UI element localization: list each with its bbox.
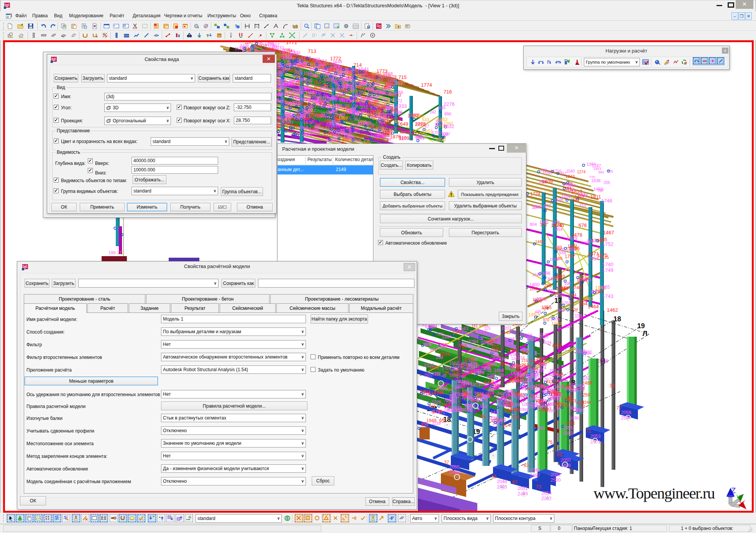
svg-text:1376: 1376: [552, 220, 560, 225]
svg-text:2135: 2135: [539, 332, 549, 337]
svg-text:1851: 1851: [422, 128, 433, 134]
svg-text:2366: 2366: [500, 362, 509, 366]
svg-text:682: 682: [598, 170, 604, 174]
svg-text:1137: 1137: [395, 81, 405, 86]
svg-text:1371: 1371: [291, 112, 302, 118]
svg-text:1585: 1585: [536, 296, 547, 302]
svg-text:708: 708: [437, 332, 443, 336]
svg-text:1762: 1762: [450, 373, 459, 377]
svg-text:2048: 2048: [497, 479, 507, 484]
svg-text:926: 926: [349, 107, 356, 112]
svg-text:1582: 1582: [510, 352, 520, 357]
svg-text:1477: 1477: [409, 131, 420, 137]
svg-text:Л: Л: [643, 330, 648, 337]
svg-text:1447: 1447: [529, 396, 539, 401]
svg-text:2055: 2055: [563, 425, 573, 431]
svg-text:2183: 2183: [547, 409, 555, 413]
svg-text:957: 957: [501, 395, 507, 400]
svg-text:1158: 1158: [320, 72, 329, 77]
svg-text:677: 677: [543, 204, 551, 209]
svg-text:639: 639: [355, 135, 362, 139]
svg-text:1915: 1915: [378, 116, 387, 120]
svg-text:234: 234: [572, 308, 578, 312]
svg-text:389: 389: [391, 108, 398, 112]
svg-text:948: 948: [558, 308, 565, 313]
svg-text:1811: 1811: [590, 194, 601, 200]
svg-text:301: 301: [309, 89, 317, 95]
svg-text:2344: 2344: [516, 368, 525, 372]
svg-text:358: 358: [397, 90, 403, 95]
svg-text:1852: 1852: [437, 117, 448, 122]
svg-text:1776: 1776: [432, 409, 442, 415]
svg-text:963: 963: [500, 418, 506, 422]
svg-text:666: 666: [470, 329, 477, 335]
svg-text:813: 813: [429, 404, 436, 408]
svg-text:1760: 1760: [457, 344, 467, 349]
svg-text:1225: 1225: [240, 43, 249, 48]
svg-text:17: 17: [422, 421, 427, 427]
svg-text:1879: 1879: [370, 95, 379, 99]
svg-text:1467: 1467: [603, 230, 614, 235]
svg-text:716: 716: [444, 89, 452, 95]
svg-text:1772: 1772: [394, 99, 403, 103]
svg-text:674: 674: [367, 123, 374, 128]
svg-text:1259: 1259: [339, 116, 348, 120]
svg-text:304: 304: [570, 293, 577, 297]
svg-text:469: 469: [561, 286, 569, 291]
svg-text:242: 242: [430, 110, 436, 114]
svg-text:714: 714: [353, 62, 362, 68]
svg-text:1675: 1675: [597, 253, 608, 258]
svg-text:1716: 1716: [553, 169, 562, 173]
svg-text:2051: 2051: [518, 486, 528, 491]
svg-text:334: 334: [544, 340, 551, 345]
svg-text:339: 339: [439, 343, 447, 349]
svg-text:422: 422: [314, 74, 320, 78]
svg-text:1773: 1773: [376, 68, 388, 74]
svg-text:36: 36: [567, 395, 573, 400]
svg-text:1109: 1109: [399, 135, 409, 141]
svg-text:2195: 2195: [598, 359, 608, 364]
svg-text:1771: 1771: [286, 42, 297, 45]
svg-text:1540: 1540: [566, 169, 575, 173]
svg-text:406: 406: [279, 86, 286, 90]
svg-text:1818: 1818: [537, 356, 547, 362]
svg-text:259: 259: [285, 81, 293, 86]
svg-text:1850: 1850: [435, 137, 446, 142]
svg-text:1749: 1749: [602, 267, 613, 273]
svg-text:1815: 1815: [552, 343, 562, 348]
svg-text:2532: 2532: [477, 330, 487, 336]
svg-text:1743: 1743: [602, 293, 613, 299]
svg-text:215: 215: [521, 359, 528, 363]
svg-text:1501: 1501: [566, 421, 575, 425]
svg-text:1937: 1937: [499, 357, 508, 361]
svg-text:1557: 1557: [551, 392, 561, 397]
svg-text:631: 631: [420, 390, 426, 394]
svg-text:1463: 1463: [593, 187, 603, 191]
svg-text:1199: 1199: [560, 403, 569, 408]
svg-text:319: 319: [579, 203, 586, 207]
svg-text:389: 389: [488, 376, 494, 380]
svg-text:2275: 2275: [415, 121, 426, 127]
svg-text:1108: 1108: [510, 408, 519, 412]
svg-text:916: 916: [535, 375, 542, 379]
svg-text:288: 288: [544, 283, 552, 288]
svg-text:1792: 1792: [408, 113, 419, 118]
svg-text:977: 977: [481, 341, 487, 345]
svg-text:2052: 2052: [551, 472, 561, 477]
svg-text:1047: 1047: [532, 206, 541, 210]
svg-text:1263: 1263: [562, 301, 571, 305]
svg-text:1465: 1465: [600, 285, 610, 290]
svg-text:1705: 1705: [317, 63, 326, 67]
svg-text:73: 73: [536, 484, 541, 490]
svg-text:2496: 2496: [497, 484, 507, 490]
svg-text:2056: 2056: [621, 410, 631, 415]
svg-text:69: 69: [557, 452, 562, 457]
svg-text:1618: 1618: [439, 352, 450, 357]
svg-text:273: 273: [325, 125, 332, 130]
svg-text:1265: 1265: [447, 406, 456, 410]
svg-text:1491: 1491: [315, 113, 325, 118]
svg-text:868: 868: [382, 98, 389, 102]
svg-text:2122: 2122: [424, 363, 434, 368]
svg-text:2370: 2370: [520, 374, 529, 378]
svg-text:32: 32: [538, 399, 544, 405]
